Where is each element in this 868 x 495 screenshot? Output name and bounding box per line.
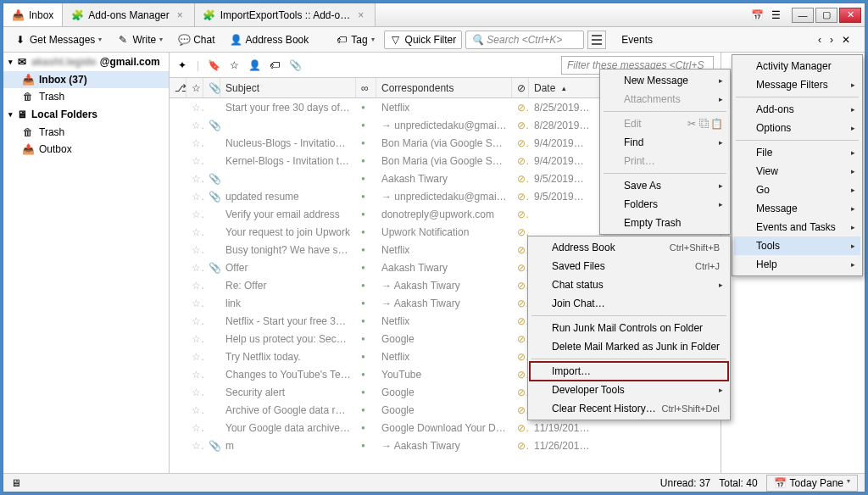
menu-developer-tools[interactable]: Developer Tools▸ <box>530 381 728 399</box>
menu-find[interactable]: Find▸ <box>602 133 728 152</box>
menu-import[interactable]: Import… <box>530 362 728 381</box>
menu-options[interactable]: Options▸ <box>734 119 860 137</box>
search-icon: 🔍 <box>471 34 483 46</box>
col-thread[interactable]: ⎇ <box>170 78 186 97</box>
app-menu: New Message▸ Attachments▸ Edit✂⿻📋 Find▸ … <box>599 69 731 235</box>
puzzle-icon: 🧩 <box>71 9 83 21</box>
status-bar: 🖥 Unread: 37 Total: 40 📅Today Pane▾ <box>3 473 865 492</box>
activity-icon[interactable]: 🖥 <box>10 477 22 489</box>
star-icon[interactable]: ☆ <box>228 59 240 71</box>
mail-icon: ✉ <box>16 56 28 68</box>
menu-separator <box>736 140 859 141</box>
menu-go[interactable]: Go▸ <box>734 181 860 199</box>
maximize-button[interactable]: ▢ <box>815 8 837 23</box>
menu-clear-history[interactable]: Clear Recent History…Ctrl+Shift+Del <box>530 399 728 418</box>
chevron-right-icon: ▸ <box>719 76 723 85</box>
close-button[interactable]: ✕ <box>839 8 861 23</box>
minimize-button[interactable]: — <box>792 8 814 23</box>
col-star[interactable]: ☆ <box>186 78 203 97</box>
menu-help[interactable]: Help▸ <box>734 255 860 274</box>
search-input[interactable]: 🔍Search <Ctrl+K> <box>465 31 584 49</box>
menu-empty-trash[interactable]: Empty Trash <box>602 214 728 232</box>
folder-trash-local[interactable]: 🗑Trash <box>3 124 169 141</box>
col-subject[interactable]: Subject <box>220 78 356 97</box>
menu-save-as[interactable]: Save As▸ <box>602 176 728 195</box>
chevron-right-icon: ▸ <box>851 223 855 231</box>
menu-delete-junk[interactable]: Delete Mail Marked as Junk in Folder <box>530 337 728 356</box>
chevron-right-icon: ▸ <box>719 386 723 394</box>
address-book-button[interactable]: 👤Address Book <box>225 31 315 49</box>
app-submenu: Activity Manager Message Filters▸ Add-on… <box>732 54 863 276</box>
menu-address-book[interactable]: Address BookCtrl+Shift+B <box>530 238 728 257</box>
write-button[interactable]: ✎Write▾ <box>111 31 169 49</box>
paste-icon: 📋 <box>710 118 723 130</box>
menu-run-junk[interactable]: Run Junk Mail Controls on Folder <box>530 319 728 337</box>
total-count: Total: 40 <box>719 477 757 489</box>
table-row[interactable]: ☆Your Google data archive i…●Google Down… <box>170 419 721 437</box>
menu-tools[interactable]: Tools▸ <box>734 236 860 255</box>
menu-message-filters[interactable]: Message Filters▸ <box>734 75 860 94</box>
menu-join-chat[interactable]: Join Chat… <box>530 294 728 313</box>
tab-addons[interactable]: 🧩 Add-ons Manager × <box>63 3 194 26</box>
contact-icon[interactable]: 👤 <box>248 59 260 71</box>
get-messages-button[interactable]: ⬇Get Messages▾ <box>8 31 108 49</box>
chevron-down-icon: ▾ <box>159 36 163 43</box>
menu-events-tasks[interactable]: Events and Tasks▸ <box>734 218 860 236</box>
copy-icon: ⿻ <box>699 118 709 130</box>
unread-count: Unread: 37 <box>660 477 710 489</box>
menu-new-message[interactable]: New Message▸ <box>602 71 728 90</box>
folder-icon: 🖥 <box>16 108 28 120</box>
chevron-down-icon: ▾ <box>98 36 102 43</box>
folder-trash[interactable]: 🗑Trash <box>3 88 169 105</box>
prev-icon[interactable]: ‹ <box>814 34 826 46</box>
menu-message[interactable]: Message▸ <box>734 199 860 218</box>
chat-button[interactable]: 💬Chat <box>172 31 220 49</box>
menu-file[interactable]: File▸ <box>734 143 860 162</box>
menu-saved-files[interactable]: Saved FilesCtrl+J <box>530 257 728 275</box>
app-menu-button[interactable] <box>587 31 606 49</box>
local-folders-header[interactable]: ▾🖥Local Folders <box>3 105 169 124</box>
pin-icon[interactable]: ✦ <box>176 59 188 71</box>
trash-icon: 🗑 <box>22 126 34 138</box>
outbox-icon: 📤 <box>22 143 34 155</box>
tasks-icon[interactable]: ☰ <box>770 9 782 21</box>
tab-inbox[interactable]: 📥 Inbox <box>3 3 63 26</box>
col-correspondents[interactable]: Correspondents <box>376 78 512 97</box>
today-pane-button[interactable]: 📅Today Pane▾ <box>766 475 858 492</box>
next-icon[interactable]: › <box>826 34 837 46</box>
quick-filter-button[interactable]: ▽Quick Filter <box>384 31 463 49</box>
tag-icon[interactable]: 🏷 <box>269 59 281 71</box>
bookmark-icon[interactable]: 🔖 <box>208 59 220 71</box>
tag-icon: 🏷 <box>336 34 348 46</box>
calendar-icon[interactable]: 📅 <box>751 9 763 21</box>
menu-folders[interactable]: Folders▸ <box>602 195 728 214</box>
close-icon[interactable]: × <box>175 9 186 21</box>
menu-attachments: Attachments▸ <box>602 90 728 108</box>
folder-outbox[interactable]: 📤Outbox <box>3 141 169 158</box>
menu-activity-manager[interactable]: Activity Manager <box>734 57 860 75</box>
folder-inbox[interactable]: 📥Inbox (37) <box>3 71 169 88</box>
attachment-icon[interactable]: 📎 <box>289 59 301 71</box>
filter-icon: ▽ <box>390 34 402 46</box>
menu-separator <box>531 359 726 359</box>
address-book-icon: 👤 <box>231 34 242 46</box>
chevron-right-icon: ▸ <box>851 148 855 157</box>
col-junk[interactable]: ⊘ <box>512 78 529 97</box>
col-read[interactable]: ∞ <box>356 78 376 97</box>
tab-importexport[interactable]: 🧩 ImportExportTools :: Add-o… × <box>195 3 376 26</box>
menu-chat-status[interactable]: Chat status▸ <box>530 275 728 294</box>
chevron-right-icon: ▸ <box>719 95 723 103</box>
close-icon[interactable]: ✕ <box>837 34 854 46</box>
close-icon[interactable]: × <box>355 9 366 21</box>
tag-button[interactable]: 🏷Tag▾ <box>330 31 380 49</box>
chevron-right-icon: ▸ <box>719 281 723 289</box>
menu-view[interactable]: View▸ <box>734 162 860 181</box>
menu-print: Print… <box>602 152 728 170</box>
trash-icon: 🗑 <box>22 91 34 103</box>
account-header[interactable]: ▾✉akasht.legido@gmail.com <box>3 53 169 71</box>
table-row[interactable]: ☆📎m●→ Aakash Tiwary⊘11/26/201… <box>170 437 721 454</box>
menu-addons[interactable]: Add-ons▸ <box>734 100 860 119</box>
col-attachment[interactable]: 📎 <box>203 78 220 97</box>
tab-label: Add-ons Manager <box>88 9 169 21</box>
menu-edit: Edit✂⿻📋 <box>602 114 728 133</box>
